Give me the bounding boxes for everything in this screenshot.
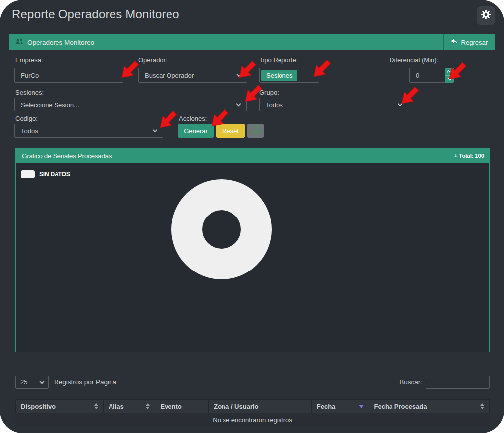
column-header-evento[interactable]: Evento xyxy=(155,400,209,413)
page-size-label: Registros por Pagina xyxy=(54,379,116,386)
column-label: Fecha Procesada xyxy=(374,403,427,410)
empresa-label: Empresa: xyxy=(15,56,43,64)
back-button-label: Regresar xyxy=(461,39,488,46)
table-controls: 25 Registros por Pagina Buscar: xyxy=(15,376,490,389)
back-button[interactable]: Regresar xyxy=(443,34,495,50)
spinner-down-button[interactable] xyxy=(445,75,454,83)
chevron-down-icon xyxy=(236,102,241,107)
column-header-fecha-procesada[interactable]: Fecha Procesada xyxy=(369,400,489,413)
chevron-down-icon xyxy=(40,379,45,384)
sesiones-value: Seleccione Sesion... xyxy=(21,101,79,108)
tipo-reporte-field: Sesiones xyxy=(259,68,319,83)
codigo-select[interactable]: Todos xyxy=(14,124,163,138)
empresa-value: FurCo xyxy=(21,72,39,79)
legend-label: SIN DATOS xyxy=(39,171,70,178)
sort-icon xyxy=(146,403,150,409)
codigo-label: Codigo: xyxy=(15,115,38,122)
diferencial-label: Diferencial (Min): xyxy=(390,56,438,64)
gear-icon xyxy=(480,9,492,22)
panel-title: Operadores Monitoreo xyxy=(27,39,94,46)
search-input[interactable] xyxy=(426,376,490,389)
acciones-label: Acciones: xyxy=(179,115,207,122)
chevron-down-icon xyxy=(398,102,403,107)
chevron-down-icon xyxy=(153,128,158,133)
column-label: Zona / Usuario xyxy=(214,403,258,410)
settings-button[interactable] xyxy=(477,6,495,25)
column-header-alias[interactable]: Alias xyxy=(104,400,156,413)
sort-icon xyxy=(480,403,484,409)
operador-label: Operador: xyxy=(138,56,168,64)
operador-select[interactable]: Buscar Operador xyxy=(138,68,247,83)
chart-body: SIN DATOS xyxy=(16,163,489,352)
spinner-up-button[interactable] xyxy=(445,68,454,75)
column-header-zona-usuario[interactable]: Zona / Usuario xyxy=(209,400,312,413)
sesiones-label: Sesiones: xyxy=(15,89,44,96)
sort-desc-icon xyxy=(359,405,364,408)
svg-text:x: x xyxy=(254,128,257,133)
codigo-value: Todos xyxy=(21,127,38,135)
column-label: Alias xyxy=(109,403,124,410)
chevron-down-icon xyxy=(237,72,242,77)
grupo-label: Grupo: xyxy=(259,89,279,96)
app-window: Reporte Operadores Monitoreo xyxy=(0,0,504,433)
empty-table-message: No se encontraron registros xyxy=(15,413,490,427)
legend-item[interactable]: SIN DATOS xyxy=(21,170,70,178)
column-header-dispositivo[interactable]: Dispositivo xyxy=(16,400,104,413)
legend-swatch xyxy=(21,170,35,178)
reset-button[interactable]: Reset xyxy=(216,124,245,138)
column-label: Evento xyxy=(160,403,181,410)
diferencial-input[interactable]: 0 xyxy=(409,68,454,83)
page-title: Reporte Operadores Monitoreo xyxy=(12,7,179,21)
generar-button[interactable]: Generar xyxy=(178,124,214,138)
caret-up-icon xyxy=(447,70,450,74)
grupo-select[interactable]: Todos xyxy=(259,98,408,111)
chart-title: Grafico de Señales Procesadas xyxy=(16,152,112,160)
table-header-row: Dispositivo Alias Evento Zona / Usuario … xyxy=(15,399,490,413)
sesiones-select[interactable]: Seleccione Sesion... xyxy=(14,98,247,111)
operadores-panel: Operadores Monitoreo Regresar Empresa: F… xyxy=(9,34,495,427)
chart-panel: Grafico de Señales Procesadas + Total: 1… xyxy=(15,148,490,352)
empresa-field[interactable]: FurCo xyxy=(14,68,123,83)
excel-file-icon: x xyxy=(252,126,259,136)
sort-icon xyxy=(94,403,98,409)
reply-icon xyxy=(450,38,458,46)
page-size-select[interactable]: 25 xyxy=(15,376,49,389)
tipo-reporte-label: Tipo Reporte: xyxy=(259,56,298,64)
diferencial-value: 0 xyxy=(416,72,419,79)
column-label: Dispositivo xyxy=(21,403,56,410)
caret-down-icon xyxy=(448,76,452,80)
users-icon xyxy=(15,38,24,47)
operador-value: Buscar Operador xyxy=(145,72,194,79)
chart-panel-header: Grafico de Señales Procesadas + Total: 1… xyxy=(16,148,489,163)
donut-chart xyxy=(171,179,272,279)
panel-header: Operadores Monitoreo Regresar xyxy=(9,34,495,50)
grupo-value: Todos xyxy=(266,101,283,108)
tipo-reporte-chip[interactable]: Sesiones xyxy=(261,70,297,81)
diferencial-spinner xyxy=(445,68,454,83)
chart-total-badge: + Total: 100 xyxy=(449,148,489,163)
page-size-value: 25 xyxy=(20,379,27,386)
search-label: Buscar: xyxy=(399,379,422,386)
column-label: Fecha xyxy=(317,403,336,410)
column-header-fecha[interactable]: Fecha xyxy=(312,400,369,413)
export-excel-button[interactable]: x xyxy=(247,124,264,138)
